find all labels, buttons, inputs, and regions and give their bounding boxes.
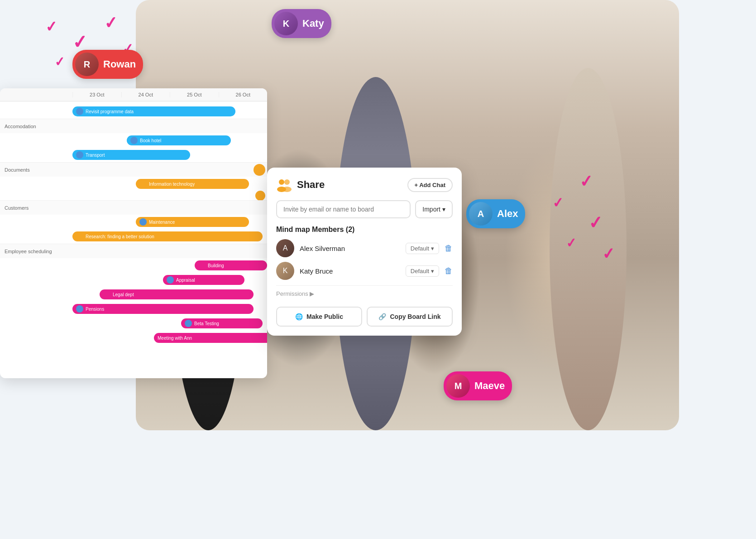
gantt-header: 23 Oct 24 Oct 25 Oct 26 Oct	[0, 88, 267, 101]
copy-board-link-label: Copy Board Link	[390, 313, 440, 320]
gantt-bar-label-pensions: Pensions	[86, 307, 104, 312]
gantt-row-beta: Beta Testing	[0, 316, 267, 331]
gantt-bar-area-legal: Legal dept	[72, 287, 267, 302]
gantt-bar-transport: Transport	[72, 150, 190, 160]
permissions-label: Permissions	[276, 290, 308, 297]
invite-input[interactable]	[276, 200, 411, 218]
gantt-bar-beta: Beta Testing	[181, 318, 263, 328]
svg-point-3	[282, 187, 292, 192]
gantt-body: Revisit programme data Accomodation Book…	[0, 101, 267, 348]
gantt-bar-meeting: Meeting with Ann	[154, 333, 267, 343]
import-chevron-icon: ▾	[442, 206, 445, 213]
rowan-bubble: R Rowan	[72, 50, 143, 79]
gantt-bar-label-beta: Beta Testing	[194, 321, 219, 326]
alex-avatar: A	[469, 202, 493, 226]
katy-avatar: K	[274, 12, 298, 35]
gantt-bar-area-appraisal: Appraisal	[72, 273, 267, 287]
gantt-date-26oct: 26 Oct	[219, 92, 268, 97]
gantt-section-label-documents: Documents	[0, 167, 72, 173]
gantt-bar-area-maintenance: Maintenance	[72, 215, 267, 229]
gantt-row-legal: Legal dept	[0, 287, 267, 302]
gantt-date-24oct: 24 Oct	[121, 92, 170, 97]
member-delete-alex[interactable]: 🗑	[445, 244, 453, 253]
add-chat-button[interactable]: + Add Chat	[407, 178, 453, 192]
person-right	[541, 68, 636, 430]
gantt-section-area-documents	[72, 163, 267, 177]
gantt-bar-area-pensions: Pensions	[72, 302, 267, 316]
share-header: Share + Add Chat	[276, 177, 453, 193]
member-role-chevron-alex: ▾	[431, 245, 434, 252]
member-row-alex: A Alex Silverman Default ▾ 🗑	[276, 239, 453, 257]
gantt-panel: 23 Oct 24 Oct 25 Oct 26 Oct Revisit prog…	[0, 88, 267, 378]
avatar-infotech	[139, 180, 147, 188]
gantt-bar-infotech: Information technology	[136, 179, 249, 189]
maeve-bubble: M Maeve	[444, 371, 512, 400]
gantt-bar-research: Research: finding a better solution	[72, 231, 263, 241]
members-section-title: Mind map Members (2)	[276, 226, 453, 234]
gantt-bar-label-revisit: Revisit programme data	[86, 109, 134, 114]
svg-point-0	[279, 179, 284, 185]
gantt-bar-maintenance: Maintenance	[136, 217, 249, 227]
import-label: Import	[422, 206, 440, 213]
share-dialog: Share + Add Chat Import ▾ Mind map Membe…	[267, 168, 462, 336]
member-delete-katy[interactable]: 🗑	[445, 266, 453, 276]
avatar-pensions	[76, 305, 83, 313]
gantt-bar-label-maintenance: Maintenance	[149, 220, 175, 225]
gantt-date-cols: 23 Oct 24 Oct 25 Oct 26 Oct	[72, 92, 267, 97]
make-public-button[interactable]: 🌐 Make Public	[276, 307, 362, 327]
katy-name: Katy	[302, 18, 324, 29]
gantt-section-area-customers	[72, 201, 267, 215]
gantt-row-appraisal: Appraisal	[0, 273, 267, 287]
gantt-section-area-employee	[72, 244, 267, 258]
gantt-row-infotech: Information technology	[0, 177, 267, 191]
gantt-bar-area-beta: Beta Testing	[72, 316, 267, 331]
gantt-bar-label-meeting: Meeting with Ann	[158, 336, 192, 341]
share-people-icon	[276, 177, 292, 193]
gantt-bar-label-building: Building	[208, 263, 224, 268]
gantt-date-25oct: 25 Oct	[170, 92, 219, 97]
maeve-avatar: M	[446, 374, 470, 398]
alex-name: Alex	[497, 208, 518, 220]
documents-avatar	[254, 164, 265, 176]
gantt-bar-label-research: Research: finding a better solution	[86, 234, 154, 239]
copy-board-link-button[interactable]: 🔗 Copy Board Link	[367, 307, 453, 327]
gantt-bar-pensions: Pensions	[72, 304, 254, 314]
avatar-research	[76, 233, 83, 240]
member-name-katy: Katy Bruce	[300, 267, 400, 275]
gantt-bar-area-research: Research: finding a better solution	[72, 229, 267, 244]
gantt-bar-area-meeting: Meeting with Ann	[72, 331, 267, 345]
member-avatar-alex: A	[276, 239, 294, 257]
gantt-section-label-customers: Customers	[0, 205, 72, 211]
gantt-bar-label-book-hotel: Book hotel	[140, 138, 161, 143]
rowan-avatar: R	[75, 53, 99, 76]
gantt-header-label	[0, 92, 72, 97]
action-buttons: 🌐 Make Public 🔗 Copy Board Link	[276, 307, 453, 327]
import-button[interactable]: Import ▾	[415, 200, 453, 218]
gantt-row-research: Research: finding a better solution	[0, 229, 267, 244]
gantt-bar-building: Building	[195, 260, 267, 270]
gantt-row-transport: Transport	[0, 148, 267, 162]
member-role-katy[interactable]: Default ▾	[406, 265, 439, 277]
permissions-row: Permissions ▶	[276, 285, 453, 301]
gantt-row-meeting: Meeting with Ann	[0, 331, 267, 345]
member-role-alex[interactable]: Default ▾	[406, 243, 439, 254]
gantt-section-customers: Customers	[0, 200, 267, 215]
avatar-legal	[103, 291, 110, 298]
avatar-appraisal	[167, 276, 174, 284]
gantt-bar-area-transport: Transport	[72, 148, 267, 162]
gantt-row-revisit: Revisit programme data	[0, 104, 267, 119]
alex-bubble: A Alex	[466, 199, 525, 228]
gantt-section-accomodation: Accomodation	[0, 119, 267, 133]
gantt-bar-label-appraisal: Appraisal	[176, 278, 195, 283]
avatar-beta	[185, 320, 192, 327]
gantt-section-employee: Employee scheduling	[0, 244, 267, 258]
share-title-group: Share	[276, 177, 325, 193]
permissions-link[interactable]: Permissions ▶	[276, 290, 314, 297]
gantt-row-doc-icon2	[0, 191, 267, 200]
gantt-row-pensions: Pensions	[0, 302, 267, 316]
permissions-chevron-icon: ▶	[310, 290, 314, 297]
gantt-row-maintenance: Maintenance	[0, 215, 267, 229]
member-role-chevron-katy: ▾	[431, 268, 434, 274]
maeve-name: Maeve	[474, 380, 505, 392]
gantt-bar-book-hotel: Book hotel	[127, 135, 231, 145]
